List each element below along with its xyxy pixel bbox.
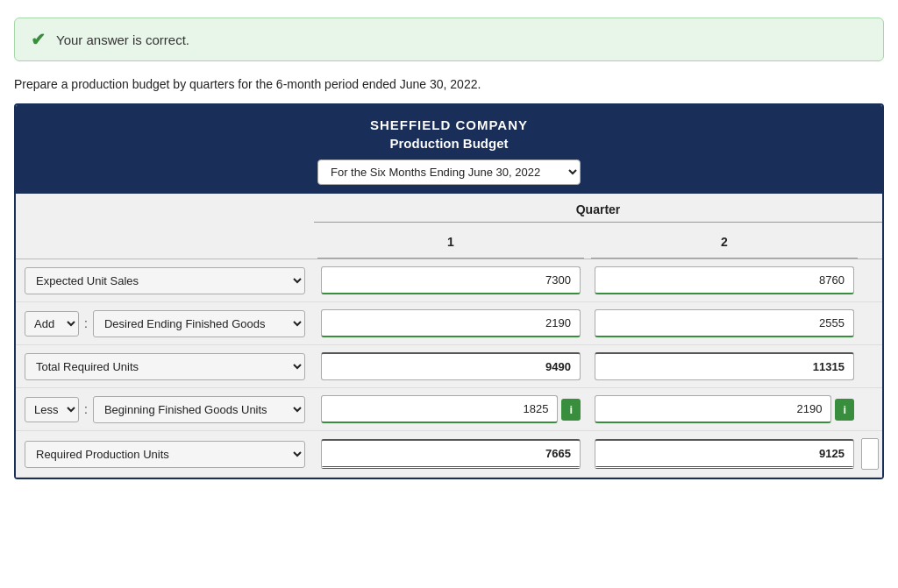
period-select-wrapper: For the Six Months Ending June 30, 2022: [25, 159, 873, 185]
label-col-2: Total Required Units: [16, 353, 314, 380]
add-less-select-3[interactable]: Less Add: [25, 397, 79, 422]
value-2-q2[interactable]: [595, 352, 854, 380]
success-text: Your answer is correct.: [56, 32, 189, 47]
company-name-bold: COMPANY: [455, 117, 528, 132]
budget-title: Production Budget: [25, 136, 873, 151]
cell-0-q1: [321, 266, 581, 294]
cell-3-q1: i: [321, 395, 581, 423]
value-1-q1[interactable]: [321, 309, 581, 337]
label-col-1: Add Less : Desired Ending Finished Goods…: [16, 310, 314, 337]
prefix-label-wrapper-1: Add Less : Desired Ending Finished Goods…: [25, 310, 305, 337]
label-col-empty: [16, 202, 314, 259]
budget-body: Quarter 1 2 Expected Unit Sales: [16, 194, 882, 478]
values-col-1: [314, 309, 882, 337]
budget-table-wrapper: SHEFFIELD COMPANY Production Budget For …: [14, 103, 884, 479]
quarter-header-row: Quarter 1 2: [16, 194, 882, 259]
colon-3: :: [84, 402, 88, 416]
quarter-1-header: 1: [317, 230, 584, 259]
value-1-q2[interactable]: [595, 309, 854, 337]
cell-2-q2: [595, 352, 854, 380]
info-btn-3-q1[interactable]: i: [561, 399, 581, 421]
cell-0-q2: [595, 266, 854, 294]
colon-1: :: [84, 316, 88, 330]
label-col-3: Less Add : Beginning Finished Goods Unit…: [16, 396, 314, 423]
prefix-label-wrapper-3: Less Add : Beginning Finished Goods Unit…: [25, 396, 305, 423]
cell-1-q2: [595, 309, 854, 337]
value-3-q1[interactable]: [321, 395, 558, 423]
quarter-group: Quarter 1 2: [314, 202, 882, 259]
required-production-select[interactable]: Required Production Units: [25, 441, 305, 468]
row-expected-unit-sales: Expected Unit Sales: [16, 259, 882, 302]
company-name-regular: SHEFFIELD: [370, 117, 456, 132]
row-required-production: Required Production Units: [16, 431, 882, 478]
overflow-cell-4: [861, 438, 882, 470]
expected-unit-sales-select[interactable]: Expected Unit Sales: [25, 267, 305, 294]
value-0-q1[interactable]: [321, 266, 581, 294]
info-btn-3-q2[interactable]: i: [835, 399, 854, 421]
value-0-q2[interactable]: [595, 266, 854, 294]
values-col-0: [314, 266, 882, 294]
period-select[interactable]: For the Six Months Ending June 30, 2022: [317, 159, 581, 185]
cell-4-q2: [595, 438, 854, 470]
value-3-q2[interactable]: [595, 395, 831, 423]
values-col-2: [314, 352, 882, 380]
row-desired-ending: Add Less : Desired Ending Finished Goods…: [16, 302, 882, 345]
cell-2-q1: [321, 352, 581, 380]
instructions: Prepare a production budget by quarters …: [14, 77, 884, 91]
cell-1-q1: [321, 309, 581, 337]
budget-header: SHEFFIELD COMPANY Production Budget For …: [16, 105, 882, 194]
cell-4-q1: [321, 438, 581, 470]
success-banner: ✔ Your answer is correct.: [14, 18, 884, 61]
value-4-q2[interactable]: [595, 439, 854, 469]
row-total-required: Total Required Units: [16, 345, 882, 388]
label-col-4: Required Production Units: [16, 441, 314, 468]
add-less-select-1[interactable]: Add Less: [25, 311, 79, 337]
values-col-4: [314, 438, 882, 470]
label-col-0: Expected Unit Sales: [16, 267, 314, 294]
quarter-overflow-header: [861, 230, 882, 259]
row-beginning-finished: Less Add : Beginning Finished Goods Unit…: [16, 388, 882, 431]
quarter-2-header: 2: [591, 230, 858, 259]
beginning-finished-select[interactable]: Beginning Finished Goods Units: [93, 396, 305, 423]
desired-ending-select[interactable]: Desired Ending Finished Goods Units: [93, 310, 305, 337]
check-icon: ✔: [31, 29, 46, 50]
company-name: SHEFFIELD COMPANY: [25, 117, 873, 132]
quarter-title: Quarter: [314, 202, 882, 223]
value-2-q1[interactable]: [321, 352, 581, 380]
value-4-q1[interactable]: [321, 439, 581, 469]
values-col-3: i i: [314, 395, 882, 423]
total-required-select[interactable]: Total Required Units: [25, 353, 305, 380]
quarter-numbers-row: 1 2: [314, 230, 882, 259]
cell-3-q2: i: [595, 395, 854, 423]
